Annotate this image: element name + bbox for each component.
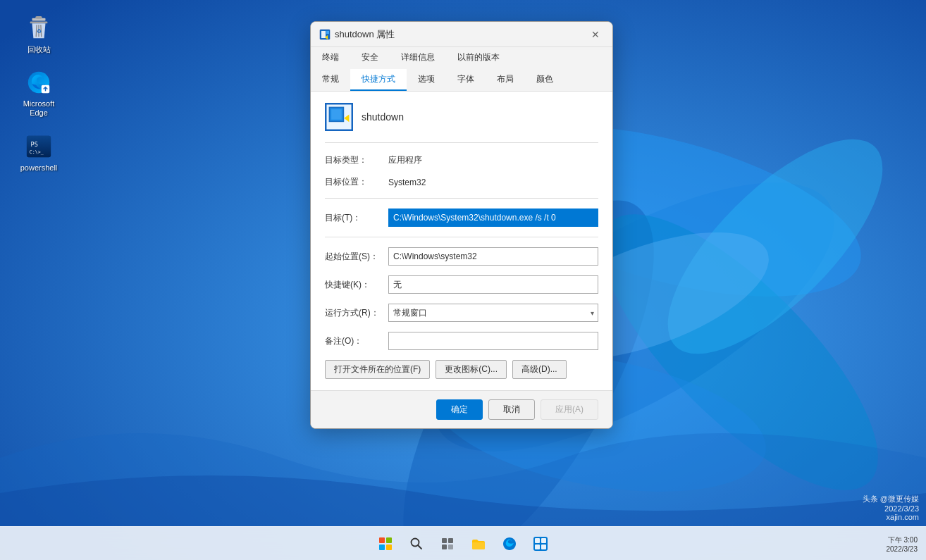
tab-detail[interactable]: 详细信息 [390, 47, 446, 69]
advanced-button[interactable]: 高级(D)... [512, 360, 567, 379]
svg-rect-32 [442, 538, 447, 543]
form-row-run-mode: 运行方式(R)： 常规窗口 最小化 最大化 ▾ [325, 304, 598, 322]
svg-rect-28 [331, 109, 341, 119]
start-in-input[interactable] [388, 247, 598, 266]
tab-general[interactable]: 常规 [311, 69, 350, 91]
svg-rect-39 [535, 545, 540, 549]
shortcut-icon [325, 103, 353, 131]
taskbar-explorer-button[interactable] [464, 530, 493, 558]
edge-icon [25, 68, 53, 97]
run-mode-label: 运行方式(R)： [325, 307, 388, 319]
svg-text:♻: ♻ [37, 28, 42, 35]
target-type-value: 应用程序 [388, 154, 422, 166]
dialog-close-button[interactable]: ✕ [587, 26, 604, 43]
dialog-title-icon [319, 29, 331, 40]
tab-previous[interactable]: 以前的版本 [446, 47, 511, 69]
open-location-button[interactable]: 打开文件所在的位置(F) [325, 360, 430, 379]
svg-rect-37 [535, 538, 540, 543]
tab-security[interactable]: 安全 [350, 47, 390, 69]
desktop-icon-powershell[interactable]: PS C:\>_ powershell [14, 132, 63, 173]
target-input[interactable] [388, 209, 598, 227]
taskbar-store-button[interactable] [526, 530, 555, 558]
powershell-label: powershell [20, 163, 58, 173]
edge-label: Microsoft Edge [14, 99, 63, 118]
watermark-line3: xajin.com [863, 513, 919, 521]
confirm-button[interactable]: 确定 [436, 399, 483, 420]
run-mode-select[interactable]: 常规窗口 最小化 最大化 [388, 304, 598, 322]
change-icon-button[interactable]: 更改图标(C)... [436, 360, 507, 379]
svg-rect-22 [321, 31, 326, 38]
cancel-button[interactable]: 取消 [488, 399, 535, 420]
windows-logo-icon [379, 537, 392, 550]
taskview-icon [440, 537, 455, 551]
svg-rect-35 [448, 545, 453, 549]
target-type-label: 目标类型： [325, 154, 388, 166]
dialog-titlebar: shutdown 属性 ✕ [311, 22, 612, 47]
svg-rect-9 [30, 22, 48, 24]
desktop-icon-recycle-bin[interactable]: ♻ 回收站 [14, 14, 63, 54]
recycle-bin-label: 回收站 [27, 45, 51, 54]
taskbar-start-button[interactable] [371, 530, 400, 558]
taskbar-clock[interactable]: 下午 3:00 2022/3/23 [887, 535, 918, 552]
properties-dialog: shutdown 属性 ✕ 终端 安全 详细信息 以前的版本 常规 快捷方式 选… [310, 21, 613, 429]
edge-taskbar-icon [502, 536, 517, 552]
form-row-target-location: 目标位置： System32 [325, 176, 598, 188]
svg-rect-34 [442, 545, 447, 549]
tab-shortcut[interactable]: 快捷方式 [350, 69, 407, 91]
hotkey-label: 快捷键(K)： [325, 279, 388, 291]
hotkey-input[interactable] [388, 275, 598, 294]
watermark: 头条 @微更传媒 2022/3/23 xajin.com [863, 494, 919, 521]
svg-rect-38 [541, 538, 546, 543]
search-icon [409, 537, 424, 551]
desktop-icons: ♻ 回收站 [14, 14, 63, 173]
taskbar-date: 2022/3/23 [887, 545, 918, 552]
target-location-value: System32 [388, 178, 426, 187]
form-row-target: 目标(T)： [325, 209, 598, 227]
desktop-icon-edge[interactable]: Microsoft Edge [14, 68, 63, 118]
run-mode-select-wrapper: 常规窗口 最小化 最大化 ▾ [388, 304, 598, 322]
dialog-footer: 确定 取消 应用(A) [311, 390, 612, 428]
tab-options[interactable]: 选项 [407, 69, 446, 91]
comment-input[interactable] [388, 332, 598, 350]
start-in-label: 起始位置(S)： [325, 251, 388, 263]
taskbar-edge-button[interactable] [495, 530, 524, 558]
taskbar: 下午 3:00 2022/3/23 [0, 526, 926, 560]
svg-rect-40 [541, 545, 546, 549]
tab-font[interactable]: 字体 [446, 69, 486, 91]
powershell-icon: PS C:\>_ [25, 132, 53, 161]
dialog-title-left: shutdown 属性 [319, 28, 395, 41]
taskbar-time: 下午 3:00 [887, 535, 918, 545]
form-divider-1 [325, 198, 598, 199]
svg-rect-13 [35, 16, 42, 19]
action-buttons: 打开文件所在的位置(F) 更改图标(C)... 高级(D)... [325, 360, 598, 379]
dialog-title-text: shutdown 属性 [335, 28, 395, 41]
svg-rect-23 [326, 31, 329, 34]
form-row-start-in: 起始位置(S)： [325, 247, 598, 266]
svg-line-31 [418, 545, 421, 549]
store-icon [533, 536, 548, 552]
target-label: 目标(T)： [325, 212, 388, 224]
shortcut-name-label: shutdown [362, 111, 404, 123]
tab-color[interactable]: 颜色 [525, 69, 564, 91]
form-row-hotkey: 快捷键(K)： [325, 275, 598, 294]
watermark-line1: 头条 @微更传媒 [863, 494, 919, 504]
form-row-comment: 备注(O)： [325, 332, 598, 350]
folder-icon [471, 536, 486, 552]
target-location-label: 目标位置： [325, 176, 388, 188]
apply-button[interactable]: 应用(A) [541, 399, 598, 420]
shortcut-header: shutdown [325, 103, 598, 143]
tab-row-1: 终端 安全 详细信息 以前的版本 [311, 47, 612, 69]
taskbar-search-button[interactable] [402, 530, 431, 558]
tab-row-2: 常规 快捷方式 选项 字体 布局 颜色 [311, 69, 612, 92]
recycle-bin-icon: ♻ [25, 14, 53, 42]
svg-text:PS: PS [31, 141, 38, 148]
taskbar-task-view-button[interactable] [433, 530, 462, 558]
form-divider-2 [325, 237, 598, 237]
watermark-line2: 2022/3/23 [863, 504, 919, 513]
comment-label: 备注(O)： [325, 335, 388, 347]
tab-layout[interactable]: 布局 [486, 69, 525, 91]
form-row-target-type: 目标类型： 应用程序 [325, 154, 598, 166]
svg-text:C:\>_: C:\>_ [30, 149, 44, 154]
dialog-content: shutdown 目标类型： 应用程序 目标位置： System32 目标(T)… [311, 92, 612, 390]
tab-terminal[interactable]: 终端 [311, 47, 350, 69]
